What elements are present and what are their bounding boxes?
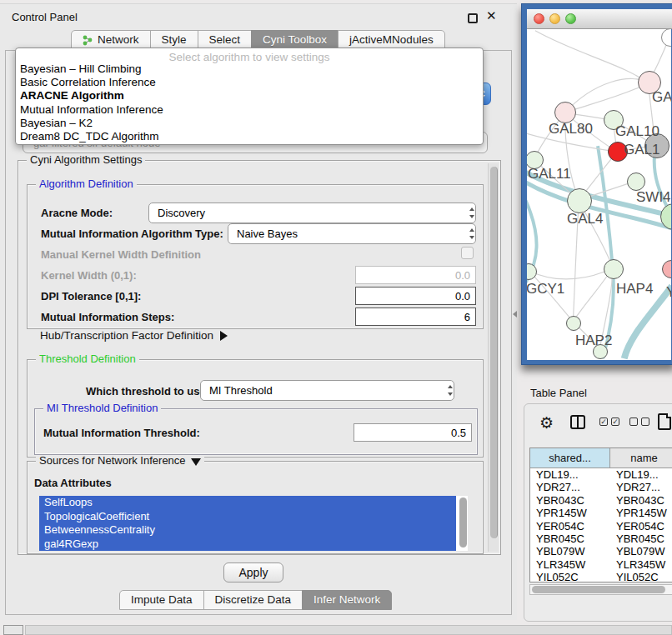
list-item[interactable]: BetweennessCentrality [39,523,456,538]
table-row[interactable]: YER054CYER054C8. [530,520,672,532]
node-label: HAP2 [575,332,612,349]
bottom-bar [25,625,672,635]
network-window-titlebar [527,9,672,29]
mi-steps-input[interactable] [355,308,476,326]
table-panel: ⚙ ✓ ✓ shared... name A YDL19...YDL19...1… [524,403,672,622]
checked-checkbox-icon[interactable]: ✓ [599,418,608,426]
threshold-definition-group: Threshold Definition Which threshold to … [27,359,484,458]
tab-infer-network[interactable]: Infer Network [302,590,392,610]
node-label: GAL [652,89,671,106]
node-label: GAL10 [615,123,659,140]
table-toolbar: ⚙ ✓ ✓ [524,412,672,438]
table-horizontal-scrollbar[interactable] [529,584,672,595]
table-row[interactable]: YPR145WYPR145W9. [530,507,672,519]
network-icon [83,35,93,46]
table-row[interactable]: YDR27...YDR27...12 [530,481,672,493]
manual-kernel-label: Manual Kernel Width Definition [41,248,201,261]
mac-minimize-icon[interactable] [549,13,560,24]
desktop: Control Panel ✕ Network Style Select Cyn… [0,0,672,635]
mac-zoom-icon[interactable] [565,13,576,24]
unchecked-checkbox-icon[interactable] [641,418,649,426]
mac-close-icon[interactable] [534,13,544,24]
mi-steps-label: Mutual Information Steps: [41,311,174,323]
which-threshold-label: Which threshold to use: [86,385,209,398]
table-row[interactable]: YBR045CYBR045C9. [530,532,672,545]
table-header-row: shared... name A [530,448,672,468]
network-node-hap4[interactable] [604,259,624,279]
tab-impute-data[interactable]: Impute Data [119,590,204,610]
network-node-swi4[interactable] [627,172,645,191]
split-columns-icon[interactable] [570,415,585,429]
control-panel-window: Control Panel ✕ Network Style Select Cyn… [0,3,517,620]
collapsed-panel-button[interactable] [3,625,23,635]
node-label: GCY1 [527,281,564,298]
document-icon[interactable] [658,413,671,430]
data-attributes-list: SelfLoops TopologicalCoefficient Between… [39,496,468,551]
group-title: Algorithm Definition [36,178,137,190]
algorithm-dropdown-popup: Select algorithm to view settings Bayesi… [15,48,484,145]
dropdown-item[interactable]: Dream8 DC_TDC Algorithm [16,130,483,143]
mi-type-combobox[interactable]: Naive Bayes [228,223,476,244]
node-label: GAL1 [624,142,659,158]
network-canvas[interactable]: GAL GAL80 GAL10 GAL1 GAL11 SWI4 GAL4 GCY… [527,29,671,360]
table-row[interactable]: YDL19...YDL19...13 [530,468,672,481]
mi-threshold-input[interactable] [354,423,472,442]
list-item[interactable]: gal4RGexp [39,538,456,552]
aracne-mode-combobox[interactable]: Discovery [148,202,476,223]
mi-threshold-label: Mutual Information Threshold: [43,427,200,439]
control-panel-title: Control Panel [12,11,78,23]
dropdown-item[interactable]: Basic Correlation Inference [16,76,483,89]
network-view-window: GAL GAL80 GAL10 GAL1 GAL11 SWI4 GAL4 GCY… [521,3,672,365]
unchecked-checkbox-icon[interactable] [629,418,638,426]
node-label: GAL11 [528,166,571,182]
group-title: MI Threshold Definition [43,402,161,414]
node-label: Y [666,284,671,301]
node-table[interactable]: shared... name A YDL19...YDL19...13 YDR2… [529,448,672,582]
sources-group: Sources for Network Inference Data Attri… [27,461,484,554]
node-label: GAL80 [549,121,593,138]
dropdown-item-selected[interactable]: ARACNE Algorithm [16,89,483,102]
dropdown-item[interactable]: Mutual Information Inference [16,103,483,117]
kernel-width-label: Kernel Width (0,1): [41,269,137,282]
list-item[interactable]: SelfLoops [39,496,456,510]
list-item[interactable]: TopologicalCoefficient [39,510,456,524]
gear-icon[interactable]: ⚙ [539,413,554,432]
kernel-width-input[interactable] [355,266,476,284]
which-threshold-combobox[interactable]: MI Threshold [200,380,454,401]
mi-threshold-group: MI Threshold Definition Mutual Informati… [34,408,478,455]
network-node-gal4[interactable] [567,188,592,213]
table-row[interactable]: YBL079WYBL079W [530,545,672,558]
collapse-down-icon [191,458,201,466]
tab-label: Network [98,31,139,49]
node-label: GAL4 [567,211,603,228]
aracne-mode-label: Aracne Mode: [41,207,113,219]
close-window-icon[interactable]: ✕ [486,8,497,23]
table-row[interactable]: YBR043CYBR043C [530,494,672,507]
apply-button[interactable]: Apply [223,562,283,582]
tab-discretize-data[interactable]: Discretize Data [203,590,303,610]
hub-definition-expander[interactable]: Hub/Transcription Factor Definition [40,329,228,342]
table-row[interactable]: YLR345WYLR345W9. [530,558,672,571]
column-header-name[interactable]: name [610,448,672,468]
node-label: HAP4 [616,281,653,298]
checked-checkbox-icon[interactable]: ✓ [611,418,619,426]
mi-type-label: Mutual Information Algorithm Type: [41,228,223,240]
dropdown-item[interactable]: Bayesian – K2 [16,117,483,130]
collapse-right-icon [220,331,228,341]
group-title: Threshold Definition [36,353,139,365]
sources-expander[interactable]: Sources for Network Inference [36,455,204,467]
manual-kernel-checkbox[interactable] [461,247,474,259]
table-panel-title: Table Panel [530,387,587,399]
node-label: SWI4 [636,189,671,206]
float-window-icon[interactable] [468,13,478,23]
table-row[interactable]: YIL052CYIL052C9 [530,571,672,582]
panel-splitter-handle[interactable] [513,311,517,318]
dropdown-item[interactable]: Bayesian – Hill Climbing [16,62,483,76]
cyni-algorithm-settings-group: Cyni Algorithm Settings Algorithm Defini… [18,160,501,555]
column-header-shared-name[interactable]: shared... [530,448,610,468]
dpi-tolerance-label: DPI Tolerance [0,1]: [41,290,141,302]
dpi-tolerance-input[interactable] [355,287,476,305]
settings-scrollbar[interactable] [488,163,499,552]
network-node-hap2[interactable] [566,316,581,331]
list-scrollbar[interactable] [459,498,467,548]
